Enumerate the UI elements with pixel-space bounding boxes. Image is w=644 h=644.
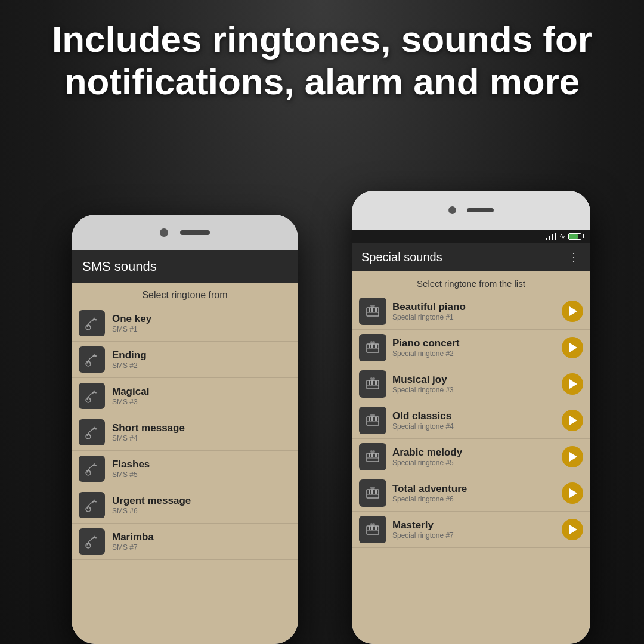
sms-ringtone-name: Ending [112, 349, 147, 361]
play-triangle-5 [569, 452, 577, 462]
play-button-1[interactable] [562, 301, 583, 322]
special-ringtone-sub: Special ringtone #3 [392, 386, 454, 394]
sms-ringtone-item[interactable]: Ending SMS #2 [72, 342, 298, 378]
special-ringtone-sub: Special ringtone #6 [392, 495, 467, 503]
sms-ringtone-info: Ending SMS #2 [112, 349, 147, 370]
special-ringtone-name: Old classics [392, 410, 454, 422]
sms-ringtone-item[interactable]: One key SMS #1 [72, 305, 298, 342]
sms-ringtone-item[interactable]: Magical SMS #3 [72, 378, 298, 414]
menu-dots-icon[interactable]: ⋮ [568, 250, 581, 264]
sms-app-title: SMS sounds [82, 259, 157, 274]
special-ringtone-icon [359, 334, 386, 361]
svg-rect-16 [375, 344, 377, 348]
speaker-front [467, 208, 494, 212]
special-ringtone-sub: Special ringtone #7 [392, 531, 454, 540]
phone-front: ∿ Special sounds ⋮ Select ringtone from … [352, 191, 590, 644]
special-ringtone-item[interactable]: Musical joy Special ringtone #3 [352, 366, 590, 402]
svg-rect-26 [375, 417, 377, 421]
status-bar: ∿ [352, 230, 590, 243]
special-ringtone-info: Musical joy Special ringtone #3 [392, 374, 454, 394]
special-ringtone-info: Arabic melody Special ringtone #5 [392, 447, 462, 467]
special-ringtone-item[interactable]: Arabic melody Special ringtone #5 [352, 439, 590, 475]
sms-ringtone-info: Marimba SMS #7 [112, 531, 154, 552]
svg-rect-36 [375, 490, 377, 494]
sms-ringtone-info: Short message SMS #4 [112, 422, 185, 442]
play-triangle-1 [569, 306, 577, 316]
header-line2: notifications, alarm and more [64, 61, 580, 102]
sms-ringtone-icon [79, 528, 105, 555]
sms-select-label: Select ringtone from [72, 283, 298, 305]
special-ringtone-name: Beautiful piano [392, 301, 466, 313]
signal-bar-1 [546, 238, 547, 240]
sms-ringtone-name: One key [112, 313, 151, 325]
play-triangle-3 [569, 379, 577, 389]
special-ringtone-name: Masterly [392, 519, 454, 531]
special-app-title: Special sounds [361, 250, 442, 264]
sms-ringtone-item[interactable]: Marimba SMS #7 [72, 524, 298, 560]
special-ringtone-info: Masterly Special ringtone #7 [392, 519, 454, 540]
svg-point-2 [86, 398, 91, 402]
sms-ringtone-sub: SMS #7 [112, 543, 154, 552]
play-triangle-2 [569, 343, 577, 352]
sms-ringtone-item[interactable]: Urgent message SMS #6 [72, 487, 298, 524]
special-ringtone-item[interactable]: Beautiful piano Special ringtone #1 [352, 293, 590, 330]
speaker-back [180, 230, 210, 235]
play-triangle-4 [569, 416, 577, 425]
special-app-header: Special sounds ⋮ [352, 243, 590, 271]
sms-app-header: SMS sounds [72, 250, 298, 283]
special-ringtone-item[interactable]: Old classics Special ringtone #4 [352, 402, 590, 439]
special-ringtone-name: Total adventure [392, 483, 467, 495]
svg-rect-14 [369, 344, 370, 348]
sms-ringtone-sub: SMS #3 [112, 398, 149, 406]
sms-ringtone-info: Urgent message SMS #6 [112, 495, 191, 515]
sms-ringtone-name: Magical [112, 386, 149, 398]
svg-rect-24 [369, 417, 370, 421]
wifi-icon: ∿ [559, 232, 565, 240]
phones-container: SMS sounds Select ringtone from One key … [0, 131, 644, 644]
special-ringtone-name: Piano concert [392, 338, 459, 349]
sms-ringtone-sub: SMS #5 [112, 470, 150, 479]
sms-ringtone-icon [79, 383, 105, 409]
header-line1: Includes ringtones, sounds for [52, 18, 592, 60]
sms-ringtone-info: One key SMS #1 [112, 313, 151, 333]
svg-rect-31 [375, 453, 377, 457]
sms-ringtone-item[interactable]: Short message SMS #4 [72, 414, 298, 451]
special-ringtone-item[interactable]: Masterly Special ringtone #7 [352, 512, 590, 548]
sms-ringtone-sub: SMS #6 [112, 507, 191, 515]
svg-rect-19 [369, 380, 370, 385]
sms-ringtone-icon [79, 346, 105, 373]
play-button-4[interactable] [562, 410, 583, 431]
sms-ringtone-info: Flashes SMS #5 [112, 459, 150, 479]
special-ringtone-item[interactable]: Total adventure Special ringtone #6 [352, 475, 590, 512]
play-button-3[interactable] [562, 373, 583, 395]
svg-point-6 [86, 543, 91, 548]
signal-bar-2 [549, 236, 550, 240]
battery [568, 233, 584, 240]
svg-rect-34 [369, 490, 370, 494]
camera-back [160, 228, 168, 237]
sms-ringtone-sub: SMS #1 [112, 325, 151, 333]
sms-ringtone-item[interactable]: Flashes SMS #5 [72, 451, 298, 487]
camera-front [448, 206, 456, 214]
sms-ringtone-icon [79, 419, 105, 445]
svg-rect-39 [369, 526, 370, 530]
play-button-2[interactable] [562, 337, 583, 358]
header-text: Includes ringtones, sounds for notificat… [0, 18, 644, 103]
play-triangle-7 [569, 525, 577, 534]
svg-point-4 [86, 470, 91, 475]
play-button-7[interactable] [562, 519, 583, 540]
play-button-6[interactable] [562, 482, 583, 504]
special-ringtone-info: Beautiful piano Special ringtone #1 [392, 301, 466, 321]
special-ringtone-name: Arabic melody [392, 447, 462, 459]
play-button-5[interactable] [562, 446, 583, 467]
signal-bar-4 [555, 233, 556, 240]
special-ringtone-info: Total adventure Special ringtone #6 [392, 483, 467, 503]
svg-rect-11 [375, 308, 377, 312]
special-ringtone-sub: Special ringtone #5 [392, 459, 462, 467]
special-ringtone-name: Musical joy [392, 374, 454, 386]
sms-ringtone-sub: SMS #4 [112, 434, 185, 442]
special-ringtone-item[interactable]: Piano concert Special ringtone #2 [352, 330, 590, 366]
sms-ringtone-icon [79, 310, 105, 336]
sms-ringtone-name: Urgent message [112, 495, 191, 507]
phone-back-top-bar [72, 215, 298, 250]
